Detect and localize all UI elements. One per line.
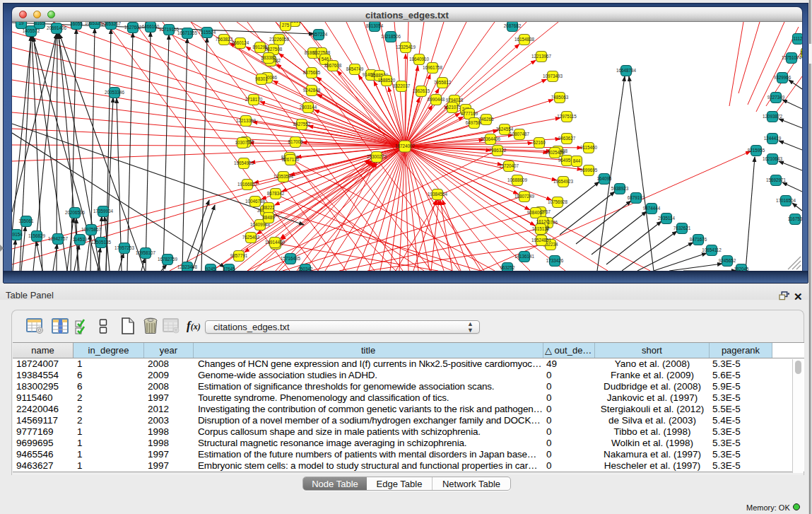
svg-text:8267130: 8267130 <box>282 157 300 162</box>
svg-text:1156829: 1156829 <box>28 233 46 238</box>
svg-text:16914479: 16914479 <box>265 240 286 245</box>
svg-text:9242848: 9242848 <box>303 88 321 93</box>
svg-text:17957253: 17957253 <box>114 245 135 250</box>
svg-text:8471676: 8471676 <box>690 237 707 242</box>
svg-text:9329966: 9329966 <box>774 75 792 80</box>
svg-text:10807487: 10807487 <box>510 132 530 136</box>
svg-text:15692971: 15692971 <box>766 177 787 182</box>
svg-text:20691406: 20691406 <box>47 25 67 30</box>
svg-text:1112: 1112 <box>793 36 802 41</box>
svg-text:16154838: 16154838 <box>514 37 535 42</box>
svg-text:15751074: 15751074 <box>782 55 802 60</box>
svg-text:1615132: 1615132 <box>532 226 550 231</box>
svg-text:8375685: 8375685 <box>303 70 321 75</box>
svg-text:12975115: 12975115 <box>557 114 577 119</box>
svg-text:114519: 114519 <box>73 237 88 242</box>
svg-text:12093872: 12093872 <box>763 114 783 119</box>
svg-text:8454749: 8454749 <box>346 66 364 71</box>
svg-text:546: 546 <box>322 57 329 62</box>
svg-text:19218506: 19218506 <box>381 34 401 39</box>
svg-text:9777169: 9777169 <box>461 111 478 116</box>
svg-text:19654983: 19654983 <box>234 160 254 165</box>
svg-text:1405572: 1405572 <box>23 28 40 33</box>
svg-text:16782759: 16782759 <box>158 257 178 262</box>
svg-text:335061: 335061 <box>18 218 34 223</box>
svg-text:12213369: 12213369 <box>236 118 257 123</box>
svg-text:62160: 62160 <box>533 140 546 145</box>
svg-text:15720407: 15720407 <box>499 163 519 168</box>
svg-text:983382: 983382 <box>261 55 276 60</box>
svg-text:182045: 182045 <box>734 267 749 271</box>
svg-text:10973493: 10973493 <box>543 74 563 78</box>
svg-text:16671355: 16671355 <box>177 30 198 35</box>
svg-text:275: 275 <box>282 23 290 28</box>
svg-text:8165: 8165 <box>35 22 45 25</box>
svg-text:10653267: 10653267 <box>101 22 122 26</box>
svg-text:23226058: 23226058 <box>269 37 290 42</box>
svg-text:9857791: 9857791 <box>230 253 248 258</box>
svg-text:7632621: 7632621 <box>673 226 691 230</box>
svg-text:746266: 746266 <box>478 117 494 122</box>
svg-text:12325419: 12325419 <box>396 45 416 49</box>
svg-text:9115460: 9115460 <box>580 145 598 150</box>
svg-text:2087682: 2087682 <box>504 23 522 28</box>
svg-text:12213967: 12213967 <box>531 54 552 59</box>
svg-text:9084067: 9084067 <box>527 210 545 215</box>
svg-text:8813054: 8813054 <box>366 23 384 28</box>
svg-text:12942757: 12942757 <box>48 236 69 241</box>
svg-text:164095: 164095 <box>596 176 612 181</box>
svg-text:25300273: 25300273 <box>367 154 387 159</box>
svg-text:8215955: 8215955 <box>748 148 765 153</box>
svg-text:9245: 9245 <box>206 267 216 271</box>
svg-text:7357224: 7357224 <box>310 32 328 37</box>
svg-text:9474444: 9474444 <box>643 206 661 211</box>
svg-text:6466160: 6466160 <box>142 24 160 29</box>
svg-text:98301: 98301 <box>255 76 268 81</box>
svg-text:20053346: 20053346 <box>105 90 125 95</box>
svg-text:9827508: 9827508 <box>265 47 283 52</box>
svg-text:9463627: 9463627 <box>558 136 576 141</box>
svg-text:17359934: 17359934 <box>93 209 114 214</box>
svg-text:8678342: 8678342 <box>267 191 285 196</box>
svg-text:16961758: 16961758 <box>423 65 443 70</box>
svg-text:844: 844 <box>573 158 581 163</box>
svg-text:9699695: 9699695 <box>580 168 598 173</box>
svg-text:15716485: 15716485 <box>281 256 301 261</box>
svg-text:2867608: 2867608 <box>324 63 342 68</box>
svg-text:8990448: 8990448 <box>428 97 445 102</box>
svg-text:2803144: 2803144 <box>300 105 317 110</box>
svg-text:10046788: 10046788 <box>245 199 266 204</box>
svg-text:88222: 88222 <box>262 205 275 210</box>
svg-text:1621075: 1621075 <box>444 105 461 110</box>
svg-text:963252: 963252 <box>500 265 515 270</box>
svg-text:18640910: 18640910 <box>409 57 430 62</box>
svg-text:1733426: 1733426 <box>546 258 564 263</box>
svg-text:20364436: 20364436 <box>481 136 501 141</box>
svg-text:1588520: 1588520 <box>378 78 396 83</box>
svg-text:19654923: 19654923 <box>553 179 574 184</box>
svg-text:10975867: 10975867 <box>81 227 102 232</box>
svg-text:2935114: 2935114 <box>658 216 676 221</box>
svg-text:10756928: 10756928 <box>548 199 568 204</box>
svg-text:87645: 87645 <box>223 267 235 271</box>
svg-text:9245652: 9245652 <box>719 258 736 263</box>
svg-text:19: 19 <box>18 22 24 25</box>
svg-text:8660124: 8660124 <box>232 40 249 45</box>
svg-text:1244419: 1244419 <box>764 136 782 141</box>
svg-text:5938923: 5938923 <box>611 186 629 191</box>
svg-text:14136141: 14136141 <box>514 254 535 259</box>
svg-text:10688609: 10688609 <box>507 177 528 182</box>
svg-text:12353594: 12353594 <box>273 174 294 179</box>
svg-text:8427552: 8427552 <box>293 122 311 127</box>
svg-text:1362615: 1362615 <box>413 88 430 93</box>
svg-text:7563822: 7563822 <box>216 37 233 42</box>
svg-text:817008: 817008 <box>288 139 303 144</box>
svg-text:2718170: 2718170 <box>245 97 263 102</box>
svg-text:19166827: 19166827 <box>237 182 258 187</box>
svg-text:12323448: 12323448 <box>177 264 198 269</box>
svg-text:16648784: 16648784 <box>616 68 637 73</box>
svg-text:7625402: 7625402 <box>242 235 260 240</box>
svg-text:7986322: 7986322 <box>489 148 507 153</box>
svg-text:10654112: 10654112 <box>702 247 722 252</box>
svg-text:9227349: 9227349 <box>767 95 785 100</box>
